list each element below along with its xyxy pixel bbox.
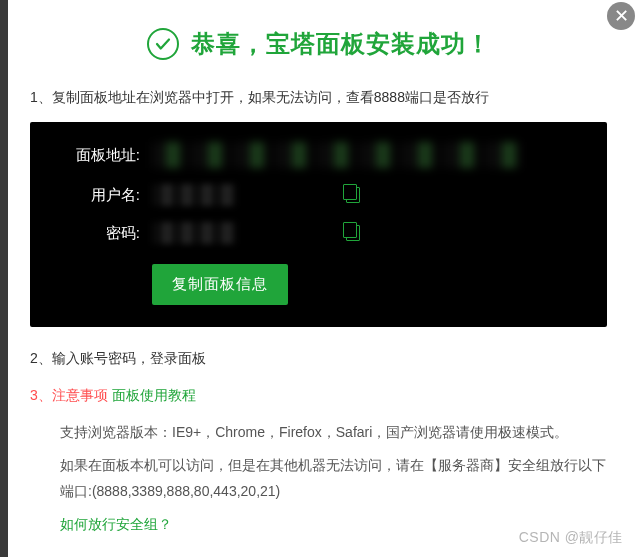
- copy-panel-info-button[interactable]: 复制面板信息: [152, 264, 288, 305]
- step-3-row: 3、注意事项 面板使用教程: [30, 384, 607, 406]
- step-3-prefix: 3、注意事项: [30, 387, 108, 403]
- security-group-link[interactable]: 如何放行安全组？: [60, 516, 172, 532]
- panel-info-box: 面板地址: 用户名: 密码: 复制面板信息: [30, 122, 607, 327]
- panel-password-label: 密码:: [54, 224, 140, 243]
- step-2-text: 2、输入账号密码，登录面板: [30, 347, 607, 369]
- panel-address-row: 面板地址:: [54, 142, 583, 168]
- watermark: CSDN @靓仔佳: [519, 529, 623, 547]
- panel-password-row: 密码:: [54, 222, 583, 244]
- note-firewall: 如果在面板本机可以访问，但是在其他机器无法访问，请在【服务器商】安全组放行以下端…: [60, 453, 607, 503]
- panel-address-label: 面板地址:: [54, 146, 140, 165]
- panel-username-value: [152, 184, 236, 206]
- close-icon: ✕: [614, 5, 629, 27]
- copy-icon[interactable]: [346, 225, 360, 241]
- copy-icon[interactable]: [346, 187, 360, 203]
- panel-tutorial-link[interactable]: 面板使用教程: [112, 387, 196, 403]
- title-row: 恭喜，宝塔面板安装成功！: [30, 28, 607, 60]
- panel-username-label: 用户名:: [54, 186, 140, 205]
- note-browser-support: 支持浏览器版本：IE9+，Chrome，Firefox，Safari，国产浏览器…: [60, 420, 607, 445]
- page-title: 恭喜，宝塔面板安装成功！: [191, 28, 491, 60]
- success-check-icon: [147, 28, 179, 60]
- panel-username-row: 用户名:: [54, 184, 583, 206]
- panel-address-value: [152, 142, 522, 168]
- panel-password-value: [152, 222, 236, 244]
- step-1-text: 1、复制面板地址在浏览器中打开，如果无法访问，查看8888端口是否放行: [30, 86, 607, 108]
- notes-section: 支持浏览器版本：IE9+，Chrome，Firefox，Safari，国产浏览器…: [30, 420, 607, 537]
- window-left-edge: [0, 0, 8, 557]
- modal-content: 恭喜，宝塔面板安装成功！ 1、复制面板地址在浏览器中打开，如果无法访问，查看88…: [0, 0, 637, 557]
- close-button[interactable]: ✕: [607, 2, 635, 30]
